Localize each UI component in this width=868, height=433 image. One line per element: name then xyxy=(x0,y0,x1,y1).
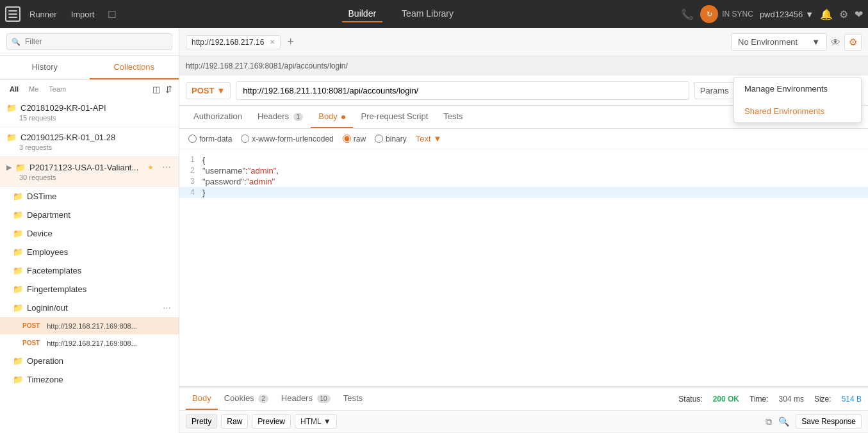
format-select[interactable]: HTML ▼ xyxy=(295,414,337,429)
format-chevron: ▼ xyxy=(323,417,331,426)
col-header: 📁 C20181029-KR-01-API xyxy=(6,103,171,113)
save-response-btn[interactable]: Save Response xyxy=(796,414,862,429)
line-content: } xyxy=(202,188,205,197)
tab-body[interactable]: Body xyxy=(311,106,353,128)
collection-item[interactable]: 📁 C20190125-KR-01_01.28 3 requests xyxy=(0,127,179,157)
folder-icon: 📁 xyxy=(13,284,23,294)
folder-icon: 📁 xyxy=(13,192,23,201)
env-dropdown[interactable]: No Environment ▼ xyxy=(731,33,827,51)
settings-icon[interactable]: ⚙ xyxy=(839,8,848,20)
tab-authorization[interactable]: Authorization xyxy=(186,106,250,128)
folder-icon: 📁 xyxy=(6,133,17,142)
eye-icon[interactable]: 👁 xyxy=(831,37,840,47)
raw-btn[interactable]: Raw xyxy=(221,414,248,429)
sub-item[interactable]: POST http://192.168.217.169:808... xyxy=(0,334,179,352)
filter-row: All Me Team ◫ ⇵ xyxy=(0,80,179,98)
user-menu[interactable]: pwd123456 ▼ xyxy=(760,10,814,19)
folder-icon: 📁 xyxy=(13,266,23,275)
env-settings-icon[interactable]: ⚙ xyxy=(844,34,862,51)
folder-more-btn[interactable]: ⋯ xyxy=(163,303,171,313)
collection-item-selected[interactable]: ▶ 📁 P20171123-USA-01-Valiant... ★ ⋯ 30 r… xyxy=(0,157,179,187)
body-dot xyxy=(341,115,345,119)
folder-name: Device xyxy=(27,229,53,238)
time-label: Time: xyxy=(749,395,769,404)
heart-icon[interactable]: ❤ xyxy=(855,8,863,20)
tab-builder[interactable]: Builder xyxy=(342,6,383,22)
code-editor[interactable]: 1 { 2 "username":"admin", 3 "password":"… xyxy=(179,149,868,386)
resp-tab-body[interactable]: Body xyxy=(186,388,218,410)
tab-team-library[interactable]: Team Library xyxy=(395,6,460,22)
shared-environments-item[interactable]: Shared Environments xyxy=(734,100,861,122)
tab-headers[interactable]: Headers 1 xyxy=(250,106,311,128)
new-tab-button[interactable]: □ xyxy=(103,5,120,24)
tab-collections[interactable]: Collections xyxy=(90,56,179,79)
line-content: "username":"admin", xyxy=(202,166,279,176)
method-select[interactable]: POST ▼ xyxy=(186,82,231,99)
col-header: 📁 C20190125-KR-01_01.28 xyxy=(6,133,171,142)
tab-pre-request[interactable]: Pre-request Script xyxy=(353,106,436,128)
response-toolbar: Pretty Raw Preview HTML ▼ ⧉ 🔍 Save Respo… xyxy=(179,411,868,433)
folder-icon: 📁 xyxy=(13,210,23,220)
text-type-button[interactable]: Text ▼ xyxy=(416,134,442,143)
method-badge: POST xyxy=(19,322,43,330)
code-line: 2 "username":"admin", xyxy=(179,165,868,176)
list-item[interactable]: 📁 Timezone xyxy=(0,370,179,389)
status-label: Status: xyxy=(678,395,702,404)
list-item[interactable]: 📁 Department xyxy=(0,206,179,224)
request-tab[interactable]: http://192.168.217.16 ✕ xyxy=(186,35,281,49)
import-button[interactable]: Import xyxy=(66,7,100,22)
tab-close-icon[interactable]: ✕ xyxy=(270,38,275,45)
expand-btn[interactable]: ▶ xyxy=(6,163,12,172)
body-type-row: form-data x-www-form-urlencoded raw bina… xyxy=(179,129,868,149)
form-data-option[interactable]: form-data xyxy=(188,135,232,143)
list-item[interactable]: 📁 Facetemplates xyxy=(0,261,179,280)
tab-tests[interactable]: Tests xyxy=(436,106,470,128)
raw-option[interactable]: raw xyxy=(343,135,366,143)
format-label: HTML xyxy=(300,417,322,426)
manage-environments-item[interactable]: Manage Environments xyxy=(734,78,861,100)
search-resp-icon[interactable]: 🔍 xyxy=(778,414,789,429)
params-button[interactable]: Params xyxy=(694,82,735,99)
bell-icon[interactable]: 🔔 xyxy=(820,8,833,20)
expand-icon[interactable]: ⧉ xyxy=(766,414,772,429)
phone-icon[interactable]: 📞 xyxy=(681,8,694,20)
runner-button[interactable]: Runner xyxy=(24,7,62,22)
list-item[interactable]: 📁 Device xyxy=(0,224,179,243)
resp-right-icons: ⧉ 🔍 Save Response xyxy=(766,414,862,429)
list-item[interactable]: 📁 DSTime xyxy=(0,187,179,206)
urlencoded-option[interactable]: x-www-form-urlencoded xyxy=(241,135,333,143)
resp-tab-headers[interactable]: Headers 10 xyxy=(275,388,337,410)
add-tab-button[interactable]: + xyxy=(284,35,297,49)
env-chevron: ▼ xyxy=(812,37,820,47)
collection-item[interactable]: 📁 C20181029-KR-01-API 15 requests xyxy=(0,98,179,127)
new-collection-icon[interactable]: ◫ xyxy=(152,85,160,94)
sync-label: IN SYNC xyxy=(722,10,753,19)
resp-tab-tests[interactable]: Tests xyxy=(337,388,369,410)
search-input[interactable] xyxy=(6,33,172,50)
filter-team[interactable]: Team xyxy=(45,84,69,94)
pretty-btn[interactable]: Pretty xyxy=(186,414,217,429)
preview-btn[interactable]: Preview xyxy=(252,414,291,429)
filter-all[interactable]: All xyxy=(6,84,22,94)
method-label: POST xyxy=(192,86,214,95)
sidebar-toggle[interactable] xyxy=(5,6,20,22)
resp-tab-cookies[interactable]: Cookies 2 xyxy=(218,388,275,410)
more-btn[interactable]: ⋯ xyxy=(162,162,171,172)
url-input[interactable] xyxy=(236,81,689,100)
svg-rect-0 xyxy=(8,10,17,12)
cookies-badge: 2 xyxy=(258,395,268,403)
list-item[interactable]: 📁 Operation xyxy=(0,352,179,370)
filter-me[interactable]: Me xyxy=(26,84,42,94)
svg-rect-2 xyxy=(8,17,17,18)
sub-item-active[interactable]: POST http://192.168.217.169:808... xyxy=(0,317,179,334)
tab-url-label: http://192.168.217.16 xyxy=(192,38,264,47)
binary-option[interactable]: binary xyxy=(375,135,407,143)
folder-icon: 📁 xyxy=(13,356,23,366)
sub-item-url: http://192.168.217.169:808... xyxy=(47,339,137,347)
list-item[interactable]: 📁 Loginin/out ⋯ xyxy=(0,298,179,317)
search-wrap: 🔍 xyxy=(6,33,172,50)
list-item[interactable]: 📁 Fingertemplates xyxy=(0,280,179,298)
sort-icon[interactable]: ⇵ xyxy=(165,85,172,94)
tab-history[interactable]: History xyxy=(0,56,90,79)
list-item[interactable]: 📁 Employees xyxy=(0,243,179,261)
